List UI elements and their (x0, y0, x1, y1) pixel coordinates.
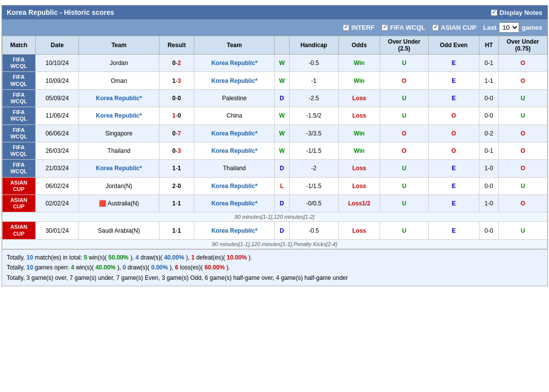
col-team2: Team (194, 36, 275, 55)
team1-cell: Korea Republic* (79, 107, 159, 125)
odds-cell: Loss (338, 222, 380, 239)
col-team1: Team (79, 36, 159, 55)
wdl-cell: W (275, 55, 290, 72)
wdl-cell: W (275, 142, 290, 159)
ou075-cell: O (499, 142, 547, 159)
result-cell: 2-0 (159, 177, 194, 195)
ht-cell: 1-0 (479, 160, 498, 177)
ou075-cell: U (499, 177, 547, 195)
note-cell: 90 minutes[1-1],120 minutes[1-1],Penalty… (2, 239, 547, 249)
summary-line2: Totally, 10 games open: 4 win(s)( 40.00%… (7, 262, 543, 272)
col-ou075: Over Under (0.75) (499, 36, 547, 55)
ou075-cell: U (499, 222, 547, 239)
interf-label: INTERF (351, 24, 375, 31)
match-type-cell: FIFAWCQL (2, 142, 36, 159)
date-cell: 26/03/24 (36, 142, 79, 159)
display-notes-toggle[interactable]: Display Notes (491, 9, 543, 16)
display-notes-checkbox[interactable] (491, 9, 497, 16)
note-row: 90 minutes[1-1],120 minutes[1-1],Penalty… (2, 239, 547, 249)
interf-filter[interactable]: INTERF (343, 24, 375, 31)
note-cell: 90 minutes[1-1],120 minutes[1-2] (2, 212, 547, 222)
wdl-cell: D (275, 222, 290, 239)
oe-cell: E (428, 72, 479, 89)
asian-cup-label: ASIAN CUP (441, 24, 476, 31)
last-games-control: Last 10 5 15 20 All games (483, 22, 543, 33)
ou25-cell: U (380, 222, 428, 239)
last-label: Last (483, 24, 497, 31)
summary-line1: Totally, 10 match(es) in total: 5 win(s)… (7, 253, 543, 262)
col-wdl (275, 36, 290, 55)
match-type-cell: ASIANCUP (2, 195, 36, 212)
odds-cell: Win (338, 125, 380, 142)
ht-cell: 1-0 (479, 195, 498, 212)
ou075-cell: O (499, 125, 547, 142)
last-games-select[interactable]: 10 5 15 20 All (499, 22, 519, 33)
team1-cell: Singapore (79, 125, 159, 142)
odds-cell: Loss (338, 89, 380, 107)
match-type-cell: FIFAWCQL (2, 55, 36, 72)
team2-cell: China (194, 107, 275, 125)
date-cell: 05/09/24 (36, 89, 79, 107)
handicap-cell: -0.5 (289, 222, 338, 239)
table-row: FIFAWCQL10/10/24Jordan0-2Korea Republic*… (2, 55, 547, 72)
wdl-cell: D (275, 160, 290, 177)
team2-cell: Thailand (194, 160, 275, 177)
wdl-cell: W (275, 125, 290, 142)
main-container: Korea Republic - Historic scores Display… (1, 5, 548, 286)
asian-cup-checkbox[interactable] (432, 24, 439, 31)
result-cell: 0-2 (159, 55, 194, 72)
oe-cell: E (428, 160, 479, 177)
table-row: FIFAWCQL05/09/24Korea Republic*0-0Palest… (2, 89, 547, 107)
match-type-cell: ASIANCUP (2, 177, 36, 195)
table-row: FIFAWCQL21/03/24Korea Republic*1-1Thaila… (2, 160, 547, 177)
ou25-cell: U (380, 160, 428, 177)
result-cell: 1-0 (159, 107, 194, 125)
ht-cell: 0-0 (479, 177, 498, 195)
table-row: ASIANCUP06/02/24Jordan(N)2-0Korea Republ… (2, 177, 547, 195)
handicap-cell: -1/1.5 (289, 142, 338, 159)
asian-cup-filter[interactable]: ASIAN CUP (432, 24, 476, 31)
col-handicap: Handicap (289, 36, 338, 55)
team2-cell: Korea Republic* (194, 72, 275, 89)
display-notes-label: Display Notes (500, 9, 543, 16)
oe-cell: E (428, 89, 479, 107)
title-bar: Korea Republic - Historic scores Display… (2, 5, 548, 19)
wdl-cell: W (275, 72, 290, 89)
col-result: Result (159, 36, 194, 55)
result-cell: 1-1 (159, 160, 194, 177)
fifa-wcql-filter[interactable]: FIFA WCQL (382, 24, 425, 31)
date-cell: 11/06/24 (36, 107, 79, 125)
interf-checkbox[interactable] (343, 24, 349, 31)
oe-cell: O (428, 142, 479, 159)
team1-cell: Saudi Arabia(N) (79, 222, 159, 239)
odds-cell: Win (338, 72, 380, 89)
scores-table: Match Date Team Result Team Handicap Odd… (2, 36, 548, 249)
ou25-cell: U (380, 89, 428, 107)
team2-cell: Korea Republic* (194, 55, 275, 72)
filter-bar: INTERF FIFA WCQL ASIAN CUP Last 10 5 15 … (2, 19, 548, 36)
ou25-cell: O (380, 125, 428, 142)
team2-cell: Korea Republic* (194, 125, 275, 142)
date-cell: 06/02/24 (36, 177, 79, 195)
col-match: Match (2, 36, 36, 55)
fifa-wcql-checkbox[interactable] (382, 24, 388, 31)
handicap-cell: -2 (289, 160, 338, 177)
wdl-cell: L (275, 177, 290, 195)
handicap-cell: -0.5 (289, 55, 338, 72)
result-cell: 1-1 (159, 195, 194, 212)
table-row: FIFAWCQL06/06/24Singapore0-7Korea Republ… (2, 125, 547, 142)
table-row: FIFAWCQL26/03/24Thailand0-3Korea Republi… (2, 142, 547, 159)
wdl-cell: W (275, 107, 290, 125)
match-type-cell: FIFAWCQL (2, 107, 36, 125)
ht-cell: 0-1 (479, 142, 498, 159)
oe-cell: O (428, 125, 479, 142)
ht-cell: 1-1 (479, 72, 498, 89)
team1-cell: 🟥 Australia(N) (79, 195, 159, 212)
handicap-cell: -2.5 (289, 89, 338, 107)
team1-cell: Jordan (79, 55, 159, 72)
note-row: 90 minutes[1-1],120 minutes[1-2] (2, 212, 547, 222)
ou075-cell: O (499, 72, 547, 89)
ou075-cell: O (499, 195, 547, 212)
result-cell: 1-1 (159, 222, 194, 239)
table-row: ASIANCUP02/02/24🟥 Australia(N)1-1Korea R… (2, 195, 547, 212)
